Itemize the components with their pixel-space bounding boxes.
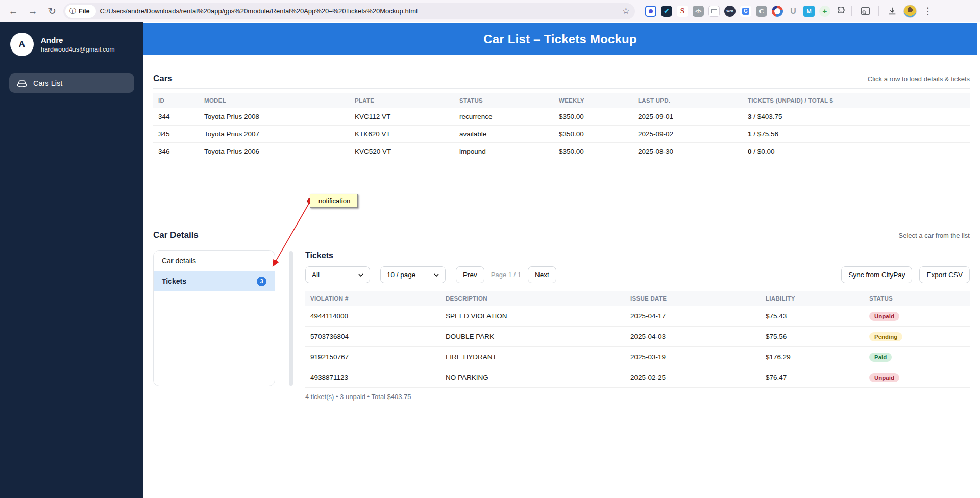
downloads-icon[interactable]	[884, 3, 900, 19]
cars-section: Cars Click a row to load details & ticke…	[143, 73, 977, 160]
extensions-row: ✔ S </> Web G C U M +	[645, 6, 846, 17]
sync-citypay-button[interactable]: Sync from CityPay	[841, 266, 912, 283]
browser-profile-avatar[interactable]	[903, 5, 917, 18]
table-row[interactable]: 9192150767 FIRE HYDRANT 2025-03-19 $176.…	[305, 347, 970, 367]
export-csv-button[interactable]: Export CSV	[919, 266, 970, 283]
page-header: Car List – Tickets Mockup	[143, 23, 977, 55]
avatar: A	[10, 33, 34, 56]
page-content: Car List – Tickets Mockup Cars Click a r…	[143, 22, 980, 498]
divider	[153, 88, 970, 89]
forward-icon[interactable]: →	[24, 3, 41, 19]
table-row[interactable]: 344 Toyota Prius 2008 KVC112 VT recurren…	[153, 108, 970, 126]
scheme-label: File	[79, 8, 90, 15]
table-row[interactable]: 4938871123 NO PARKING 2025-02-25 $76.47 …	[305, 367, 970, 388]
user-name: Andre	[41, 36, 115, 44]
table-row[interactable]: 5703736804 DOUBLE PARK 2025-04-03 $75.56…	[305, 327, 970, 347]
tab-tickets[interactable]: Tickets 3	[154, 271, 275, 291]
info-icon: ⓘ	[69, 7, 76, 16]
sidebar: A Andre hardwood4us@gmail.com Cars List	[0, 22, 143, 498]
tab-capture-icon[interactable]	[645, 6, 656, 17]
page-indicator: Page 1 / 1	[491, 271, 521, 279]
file-scheme-chip[interactable]: ⓘ File	[65, 5, 96, 18]
tickets-table-header: VIOLATION # DESCRIPTION ISSUE DATE LIABI…	[305, 291, 970, 306]
chevron-down-icon	[358, 273, 363, 277]
chevron-down-icon	[434, 273, 439, 277]
tickets-panel: Tickets All 10 / page Prev Page 1 / 1	[305, 250, 970, 401]
url-text[interactable]: C:/Users/andre/Downloads/rental%20app/gp…	[100, 7, 618, 15]
next-page-button[interactable]: Next	[528, 266, 556, 283]
toolbar-separator	[851, 6, 852, 16]
tickets-summary: 4 ticket(s) • 3 unpaid • Total $403.75	[305, 393, 970, 401]
user-email: hardwood4us@gmail.com	[41, 46, 115, 53]
car-icon	[16, 79, 28, 88]
back-icon[interactable]: ←	[5, 3, 21, 19]
tickets-heading: Tickets	[305, 251, 970, 260]
annotation-note: notification	[310, 194, 358, 208]
user-block: A Andre hardwood4us@gmail.com	[0, 22, 143, 69]
car-details-heading: Car Details	[153, 230, 199, 240]
cars-heading: Cars	[153, 73, 173, 84]
tab-car-details[interactable]: Car details	[154, 251, 275, 271]
tickets-table: VIOLATION # DESCRIPTION ISSUE DATE LIABI…	[305, 291, 970, 388]
kebab-menu-icon[interactable]: ⋮	[920, 3, 936, 19]
status-badge: Unpaid	[869, 373, 899, 382]
cars-hint: Click a row to load details & tickets	[868, 75, 970, 83]
bookmark-star-icon[interactable]: ☆	[622, 6, 630, 16]
puzzle-icon[interactable]	[835, 6, 846, 17]
translate-icon[interactable]: G	[740, 6, 751, 17]
side-panel-icon[interactable]	[857, 3, 873, 19]
page-title: Car List – Tickets Mockup	[483, 32, 637, 46]
status-badge: Paid	[869, 353, 892, 362]
web-badge-icon[interactable]: Web	[724, 6, 736, 17]
page-size-select[interactable]: 10 / page	[380, 266, 446, 283]
table-row[interactable]: 345 Toyota Prius 2007 KTK620 VT availabl…	[153, 126, 970, 143]
panel-scrollbar[interactable]	[289, 251, 293, 386]
toolbar-separator	[878, 6, 879, 16]
details-tabs-card: Car details Tickets 3	[153, 250, 275, 386]
ring-icon[interactable]	[772, 6, 783, 17]
table-row[interactable]: 346 Toyota Prius 2006 KVC520 VT impound …	[153, 143, 970, 160]
m-icon[interactable]: M	[803, 6, 815, 17]
table-row[interactable]: 4944114000 SPEED VIOLATION 2025-04-17 $7…	[305, 306, 970, 327]
car-details-section: Car Details Select a car from the list C…	[143, 230, 977, 401]
c-icon[interactable]: C	[756, 6, 767, 17]
cars-table: ID MODEL PLATE STATUS WEEKLY LAST UPD. T…	[153, 93, 970, 160]
plus-icon[interactable]: +	[819, 6, 830, 17]
cars-table-header: ID MODEL PLATE STATUS WEEKLY LAST UPD. T…	[153, 93, 970, 108]
address-bar[interactable]: ⓘ File C:/Users/andre/Downloads/rental%2…	[63, 3, 635, 19]
code-icon[interactable]: </>	[693, 6, 704, 17]
refresh-icon[interactable]: ↻	[44, 3, 60, 19]
browser-toolbar: ← → ↻ ⓘ File C:/Users/andre/Downloads/re…	[0, 0, 980, 22]
sidebar-item-label: Cars List	[33, 79, 62, 87]
car-details-hint: Select a car from the list	[899, 232, 970, 239]
sidebar-item-cars-list[interactable]: Cars List	[9, 73, 134, 93]
screenshot-icon[interactable]	[708, 6, 720, 17]
todo-check-icon[interactable]: ✔	[661, 6, 672, 17]
status-badge: Unpaid	[869, 312, 899, 321]
status-filter-select[interactable]: All	[305, 266, 370, 283]
status-badge: Pending	[869, 332, 902, 341]
seo-icon[interactable]: S	[677, 6, 688, 17]
u-icon[interactable]: U	[788, 6, 799, 17]
prev-page-button[interactable]: Prev	[456, 266, 484, 283]
divider	[153, 245, 970, 245]
tickets-count-badge: 3	[257, 277, 266, 286]
